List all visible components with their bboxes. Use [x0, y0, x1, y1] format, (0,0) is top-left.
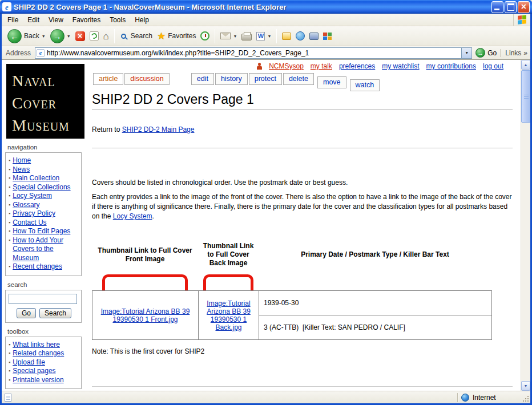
browser-window: SHIP2 DD 2 Covers Page 1 - NavalCoverMus… [0, 0, 532, 405]
bottom-divider [92, 386, 513, 387]
sidebar-link-home[interactable]: Home [13, 156, 31, 165]
toolbox-link-special-pages[interactable]: Special pages [13, 367, 55, 376]
menu-tools[interactable]: Tools [105, 14, 130, 26]
back-button[interactable]: Back [5, 28, 48, 44]
postmark-cell: 3 (AC-TTB) [Killer Text: SAN PEDRO / CAL… [259, 315, 492, 340]
sidebar-link-special-collections[interactable]: Special Collections [13, 183, 70, 192]
chevron-down-icon [465, 51, 469, 55]
user-link-my-watchlist[interactable]: my watchlist [382, 62, 419, 70]
scroll-up-button[interactable] [521, 60, 530, 70]
tab-watch[interactable]: watch [350, 79, 380, 91]
sidebar-link-how-to-edit[interactable]: How To Edit Pages [13, 227, 70, 236]
bullet-icon [9, 218, 10, 228]
scroll-track[interactable] [521, 70, 530, 381]
resize-grip-icon[interactable] [522, 395, 530, 403]
sidebar-link-how-to-add-covers[interactable]: How to Add Your Covers to the Museum [13, 236, 79, 263]
menu-edit[interactable]: Edit [23, 14, 44, 26]
close-button[interactable] [518, 1, 530, 13]
menu-favorites[interactable]: Favorites [68, 14, 105, 26]
links-chevron-icon[interactable]: » [523, 49, 527, 57]
header-front-image: Thumbnail Link to Full Cover Front Image [92, 242, 198, 268]
go-icon [475, 48, 485, 58]
site-logo[interactable]: Naval Cover Museum [6, 64, 84, 139]
favorites-label: Favorites [168, 32, 196, 40]
media-button[interactable] [307, 31, 321, 41]
return-line: Return to SHIP2 DD-2 Main Page [92, 125, 513, 133]
toolbox-link-what-links-here[interactable]: What links here [13, 341, 60, 350]
discuss-button[interactable] [280, 31, 293, 41]
favorites-button[interactable]: Favorites [155, 30, 199, 42]
scroll-down-button[interactable] [521, 381, 530, 391]
menu-file[interactable]: File [3, 14, 23, 26]
paragraph-period: . [152, 212, 154, 220]
scroll-thumb[interactable] [521, 70, 530, 123]
tab-delete[interactable]: delete [283, 73, 314, 85]
sidebar-link-news[interactable]: News [13, 165, 30, 175]
chevron-down-icon[interactable] [233, 34, 237, 38]
toolbar-separator [276, 29, 277, 43]
user-link-log-out[interactable]: log out [483, 62, 503, 70]
locy-system-link[interactable]: Locy System [113, 212, 152, 220]
toolbox-link-printable-version[interactable]: Printable version [13, 376, 63, 385]
titlebar[interactable]: SHIP2 DD 2 Covers Page 1 - NavalCoverMus… [0, 0, 532, 14]
tab-discussion[interactable]: discussion [124, 73, 169, 85]
user-link-preferences[interactable]: preferences [339, 62, 375, 70]
sidebar-link-privacy-policy[interactable]: Privacy Policy [13, 209, 55, 218]
menu-view[interactable]: View [44, 14, 68, 26]
sidebar-go-button[interactable]: Go [17, 308, 36, 318]
covers-table: Image:Tutorial Arizona BB 39 19390530 1 … [92, 290, 492, 340]
sidebar-link-main-collection[interactable]: Main Collection [13, 174, 59, 183]
vertical-scrollbar[interactable] [521, 60, 530, 391]
mail-button[interactable] [218, 31, 239, 40]
chevron-down-icon[interactable] [67, 34, 71, 38]
edit-button[interactable] [254, 31, 273, 42]
go-button[interactable]: Go [475, 48, 497, 58]
chevron-down-icon[interactable] [42, 34, 46, 38]
messenger-button[interactable] [293, 30, 307, 42]
note-text: Note: This is the first cover for SHIP2 [92, 347, 513, 355]
minimize-button[interactable] [491, 1, 503, 13]
sidebar-search-button[interactable]: Search [39, 308, 71, 318]
refresh-button[interactable] [87, 30, 101, 42]
sidebar-search-input[interactable] [9, 294, 77, 304]
user-link-ncmsysop[interactable]: NCMSysop [269, 62, 304, 70]
address-input[interactable] [35, 47, 462, 59]
home-button[interactable] [101, 30, 111, 42]
page-title: SHIP2 DD 2 Covers Page 1 [92, 92, 513, 110]
sidebar-link-glossary[interactable]: Glossary [13, 201, 39, 210]
toolbar: Back Search Favorites [2, 26, 530, 46]
back-image-link[interactable]: Image:Tutorial Arizona BB 39 19390530 1 … [207, 299, 251, 331]
sidebar-link-contact-us[interactable]: Contact Us [13, 218, 46, 228]
history-button[interactable] [198, 30, 212, 42]
toolbox-link-related-changes[interactable]: Related changes [13, 349, 64, 358]
forward-button[interactable] [48, 28, 73, 44]
sidebar-link-recent-changes[interactable]: Recent changes [13, 262, 62, 272]
tab-move[interactable]: move [317, 76, 346, 88]
user-link-my-contributions[interactable]: my contributions [426, 62, 476, 70]
maximize-button[interactable] [505, 1, 517, 13]
zone-label: Internet [473, 394, 496, 402]
menu-help[interactable]: Help [130, 14, 154, 26]
search-button[interactable]: Search [118, 31, 155, 41]
print-button[interactable] [239, 31, 254, 42]
return-link[interactable]: SHIP2 DD-2 Main Page [122, 125, 195, 133]
tab-protect[interactable]: protect [249, 73, 282, 85]
sidebar-link-locy-system[interactable]: Locy System [13, 192, 52, 201]
toolbox-link-upload-file[interactable]: Upload file [13, 358, 45, 367]
tab-article[interactable]: article [93, 73, 123, 85]
research-button[interactable] [321, 31, 334, 41]
chevron-down-icon[interactable] [267, 34, 271, 38]
tab-history[interactable]: history [215, 73, 248, 85]
address-dropdown-button[interactable] [462, 47, 472, 59]
tab-edit[interactable]: edit [191, 73, 214, 85]
bullet-icon [9, 165, 10, 175]
bullet-icon [9, 183, 10, 192]
stop-button[interactable] [73, 30, 87, 42]
home-icon [103, 31, 109, 41]
user-link-my-talk[interactable]: my talk [311, 62, 332, 70]
search-icon [121, 34, 126, 39]
bullet-icon [9, 174, 10, 183]
front-image-link[interactable]: Image:Tutorial Arizona BB 39 19390530 1 … [101, 307, 190, 323]
links-toolbar[interactable]: Links » [500, 49, 527, 57]
bullet-icon [9, 358, 10, 367]
